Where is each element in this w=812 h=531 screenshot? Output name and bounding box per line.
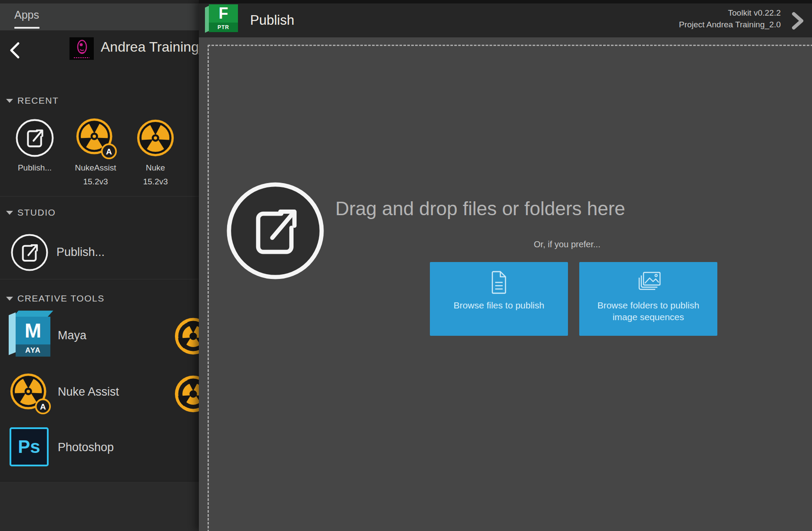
nuke-assist-app-button[interactable]: A [9, 372, 52, 417]
recent-nuke-version: 15.2v3 [125, 177, 186, 187]
sidebar-topbar: Apps [0, 3, 200, 30]
publish-icon-large [225, 180, 326, 281]
window-title: Publish [250, 3, 294, 37]
maya-icon-sub: AYA [16, 344, 50, 357]
project-avatar[interactable] [69, 37, 94, 60]
photoshop-app-button[interactable]: Ps [10, 427, 49, 466]
nuke-assist-icon: A [9, 372, 52, 416]
section-recent-header[interactable]: RECENT [6, 95, 59, 106]
toolkit-version: Toolkit v0.22.2 [679, 7, 781, 19]
dropzone-subheading: Or, if you prefer... [480, 239, 654, 249]
window-top-edge [199, 0, 812, 3]
publish-window: F PTR Publish Toolkit v0.22.2 Project An… [199, 0, 812, 531]
browse-files-button[interactable]: Browse files to publish [430, 262, 568, 336]
logo-sub-label: PTR [209, 23, 238, 32]
window-top-edge [0, 0, 200, 3]
section-creative-tools-header[interactable]: CREATIVE TOOLS [6, 293, 105, 304]
logo-icon: F PTR [209, 4, 238, 32]
assist-badge-letter: A [106, 147, 112, 156]
section-divider [0, 196, 200, 197]
browse-folders-label: Browse folders to publish image sequence… [588, 299, 709, 323]
flow-production-tracking-logo: F PTR [205, 4, 238, 32]
recent-nuke-label: Nuke [125, 163, 186, 173]
section-studio-header[interactable]: STUDIO [6, 207, 56, 218]
tab-apps-active-underline [14, 27, 40, 29]
nuke-icon [135, 118, 175, 158]
section-recent-label: RECENT [17, 95, 59, 106]
maya-label: Maya [58, 329, 86, 342]
image-sequence-icon [635, 271, 662, 294]
maya-icon-letter: M [16, 317, 50, 344]
assist-badge-letter: A [40, 402, 46, 411]
photoshop-label: Photoshop [58, 441, 114, 454]
publish-titlebar: F PTR Publish Toolkit v0.22.2 Project An… [199, 3, 812, 37]
file-icon [489, 271, 508, 294]
caret-down-icon [6, 211, 13, 215]
recent-nuke-button[interactable] [135, 118, 175, 160]
expand-panel-button[interactable] [789, 10, 807, 31]
browse-folders-button[interactable]: Browse folders to publish image sequence… [579, 262, 717, 336]
dropzone-heading: Drag and drop files or folders here [324, 198, 637, 220]
publish-icon [15, 118, 55, 158]
app-launcher-sidebar: Apps Andrea Training_2.0 [0, 0, 200, 531]
recent-nukeassist-version: 15.2v3 [65, 177, 126, 187]
logo-letter: F [209, 4, 238, 23]
chevron-right-icon [789, 10, 807, 31]
maya-icon: M AYA [16, 317, 50, 357]
caret-down-icon [6, 99, 13, 103]
screen: Apps Andrea Training_2.0 [0, 0, 812, 531]
tab-apps[interactable]: Apps [14, 9, 39, 21]
recent-nukeassist-label: NukeAssist [65, 163, 126, 173]
toolkit-info: Toolkit v0.22.2 Project Andrea Training_… [679, 7, 781, 30]
recent-nukeassist-button[interactable]: A [75, 117, 118, 162]
publish-drop-icon-wrap [225, 180, 326, 283]
chevron-left-icon [7, 40, 23, 61]
recent-publish-label: Publish... [4, 163, 65, 173]
project-label: Project Andrea Training_2.0 [679, 19, 781, 30]
maya-icon-left-face [9, 312, 16, 355]
sidebar-footer [0, 481, 200, 531]
project-avatar-image [69, 37, 94, 60]
caret-down-icon [6, 297, 13, 301]
publish-body: Drag and drop files or folders here Or, … [199, 37, 812, 531]
studio-publish-label: Publish... [56, 246, 105, 259]
publish-icon [10, 233, 49, 272]
back-button[interactable] [7, 40, 23, 61]
photoshop-icon-label: Ps [18, 436, 40, 457]
maya-icon-top-face [13, 311, 53, 317]
project-header: Andrea Training_2.0 [0, 30, 200, 74]
section-divider [0, 279, 200, 279]
section-creative-tools-label: CREATIVE TOOLS [17, 293, 105, 304]
nuke-assist-label: Nuke Assist [58, 385, 119, 399]
studio-publish-button[interactable] [10, 233, 49, 274]
nuke-assist-icon: A [75, 117, 118, 161]
browse-files-label: Browse files to publish [438, 299, 560, 311]
recent-publish-button[interactable] [15, 118, 55, 160]
maya-app-button[interactable]: M AYA [9, 311, 50, 357]
section-studio-label: STUDIO [17, 207, 56, 218]
